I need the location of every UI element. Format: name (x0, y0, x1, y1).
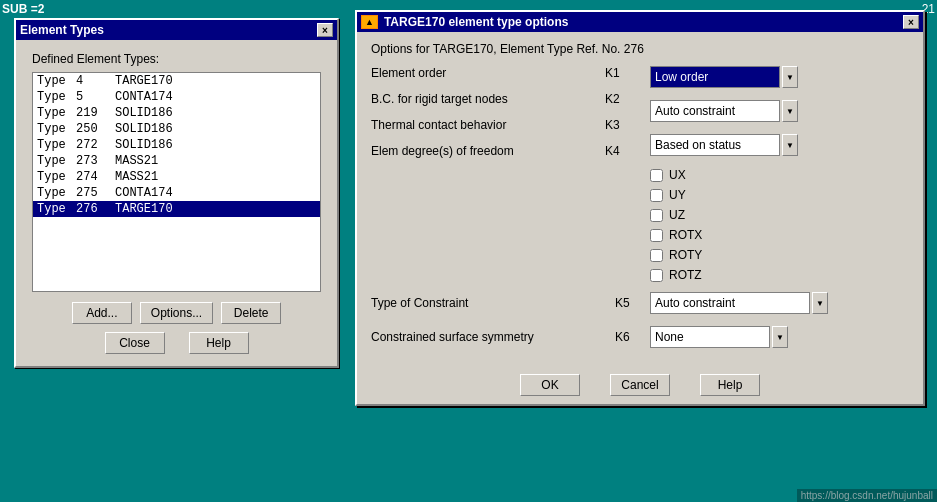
delete-button[interactable]: Delete (221, 302, 281, 324)
symmetry-dropdown[interactable]: None (650, 326, 770, 348)
thermal-dropdown-wrapper: Based on status ▼ (650, 134, 798, 156)
roty-label: ROTY (669, 248, 702, 262)
constraint-key: K5 (615, 296, 640, 310)
cancel-button[interactable]: Cancel (610, 374, 670, 396)
element-types-titlebar: Element Types × (16, 20, 337, 40)
element-types-close-button[interactable]: × (317, 23, 333, 37)
rotx-checkbox-row: ROTX (650, 228, 909, 242)
symmetry-label-row: Constrained surface symmetry K6 (371, 326, 640, 348)
rotx-checkbox[interactable] (650, 229, 663, 242)
element-order-key: K1 (605, 66, 630, 80)
symmetry-arrow[interactable]: ▼ (772, 326, 788, 348)
roty-checkbox-row: ROTY (650, 248, 909, 262)
element-types-title: Element Types (20, 23, 104, 37)
element-list[interactable]: Type4TARGE170Type5CONTA174Type219SOLID18… (32, 72, 321, 292)
constraint-layout: Type of Constraint K5 Auto constraint ▼ (371, 292, 909, 326)
constraint-label-row: Type of Constraint K5 (371, 292, 640, 314)
rotz-label: ROTZ (669, 268, 702, 282)
bc-rigid-row: B.C. for rigid target nodes K2 (371, 92, 630, 106)
element-types-window: Element Types × Defined Element Types: T… (14, 18, 339, 368)
ux-checkbox[interactable] (650, 169, 663, 182)
element-order-dropdown-wrapper: Low order ▼ (650, 66, 798, 88)
element-list-row[interactable]: Type273MASS21 (33, 153, 320, 169)
rotz-checkbox-row: ROTZ (650, 268, 909, 282)
element-list-row[interactable]: Type275CONTA174 (33, 185, 320, 201)
url-watermark: https://blog.csdn.net/hujunball (797, 489, 937, 502)
symmetry-label: Constrained surface symmetry (371, 330, 607, 344)
uz-checkbox[interactable] (650, 209, 663, 222)
element-list-row[interactable]: Type219SOLID186 (33, 105, 320, 121)
constraint-dropdown-row: Auto constraint ▼ (640, 292, 909, 314)
thermal-label: Thermal contact behavior (371, 118, 597, 132)
element-list-row[interactable]: Type272SOLID186 (33, 137, 320, 153)
element-list-row[interactable]: Type274MASS21 (33, 169, 320, 185)
symmetry-dropdown-wrapper: None ▼ (650, 326, 788, 348)
window-buttons-row1: Add... Options... Delete (32, 302, 321, 324)
thermal-row: Thermal contact behavior K3 (371, 118, 630, 132)
thermal-arrow[interactable]: ▼ (782, 134, 798, 156)
rotx-label: ROTX (669, 228, 702, 242)
targe-titlebar: ▲ TARGE170 element type options × (357, 12, 923, 32)
uz-checkbox-row: UZ (650, 208, 909, 222)
targe-title: TARGE170 element type options (384, 15, 568, 29)
thermal-key: K3 (605, 118, 630, 132)
element-list-row[interactable]: Type5CONTA174 (33, 89, 320, 105)
element-types-content: Defined Element Types: Type4TARGE170Type… (16, 40, 337, 366)
close-button[interactable]: Close (105, 332, 165, 354)
rotz-checkbox[interactable] (650, 269, 663, 282)
bc-rigid-key: K2 (605, 92, 630, 106)
ansys-logo: ▲ (361, 15, 378, 29)
targe-options-window: ▲ TARGE170 element type options × Option… (355, 10, 925, 406)
ok-button[interactable]: OK (520, 374, 580, 396)
constraint-dropdown[interactable]: Auto constraint (650, 292, 810, 314)
element-order-row: Element order K1 (371, 66, 630, 80)
left-panel: Element order K1 B.C. for rigid target n… (371, 66, 640, 288)
element-order-arrow[interactable]: ▼ (782, 66, 798, 88)
ux-label: UX (669, 168, 686, 182)
dof-row: Elem degree(s) of freedom K4 (371, 144, 630, 158)
constraint-arrow[interactable]: ▼ (812, 292, 828, 314)
element-list-row[interactable]: Type250SOLID186 (33, 121, 320, 137)
defined-label: Defined Element Types: (32, 52, 321, 66)
symmetry-dropdown-row: None ▼ (640, 326, 909, 348)
dof-key: K4 (605, 144, 630, 158)
roty-checkbox[interactable] (650, 249, 663, 262)
targe-title-wrapper: ▲ TARGE170 element type options (361, 15, 568, 29)
uy-checkbox[interactable] (650, 189, 663, 202)
element-list-row[interactable]: Type4TARGE170 (33, 73, 320, 89)
symmetry-key: K6 (615, 330, 640, 344)
thermal-dropdown[interactable]: Based on status (650, 134, 780, 156)
targe-bottom-buttons: OK Cancel Help (371, 368, 909, 396)
targe-close-button[interactable]: × (903, 15, 919, 29)
targe-content: Options for TARGE170, Element Type Ref. … (357, 32, 923, 404)
help-button-et[interactable]: Help (189, 332, 249, 354)
window-buttons-row2: Close Help (32, 332, 321, 354)
bc-rigid-label: B.C. for rigid target nodes (371, 92, 597, 106)
sub-label: SUB =2 (2, 2, 44, 16)
options-button[interactable]: Options... (140, 302, 213, 324)
ux-checkbox-row: UX (650, 168, 909, 182)
bc-dropdown-wrapper: Auto constraint ▼ (650, 100, 798, 122)
bc-arrow[interactable]: ▼ (782, 100, 798, 122)
element-order-label: Element order (371, 66, 597, 80)
uy-label: UY (669, 188, 686, 202)
dof-label: Elem degree(s) of freedom (371, 144, 597, 158)
constraint-dropdown-wrapper: Auto constraint ▼ (650, 292, 828, 314)
right-panel: Low order ▼ Auto constraint ▼ Based on s… (640, 66, 909, 288)
thermal-dropdown-row: Based on status ▼ (650, 134, 909, 156)
uz-label: UZ (669, 208, 685, 222)
targe-subtitle: Options for TARGE170, Element Type Ref. … (371, 42, 909, 56)
symmetry-layout: Constrained surface symmetry K6 None ▼ (371, 326, 909, 360)
element-order-dropdown-row: Low order ▼ (650, 66, 909, 88)
element-list-row[interactable]: Type276TARGE170 (33, 201, 320, 217)
constraint-label: Type of Constraint (371, 296, 607, 310)
bc-dropdown-row: Auto constraint ▼ (650, 100, 909, 122)
help-button-targe[interactable]: Help (700, 374, 760, 396)
add-button[interactable]: Add... (72, 302, 132, 324)
element-order-dropdown[interactable]: Low order (650, 66, 780, 88)
bc-dropdown[interactable]: Auto constraint (650, 100, 780, 122)
options-layout: Element order K1 B.C. for rigid target n… (371, 66, 909, 288)
uy-checkbox-row: UY (650, 188, 909, 202)
dof-section: UX UY UZ ROTX (650, 168, 909, 282)
